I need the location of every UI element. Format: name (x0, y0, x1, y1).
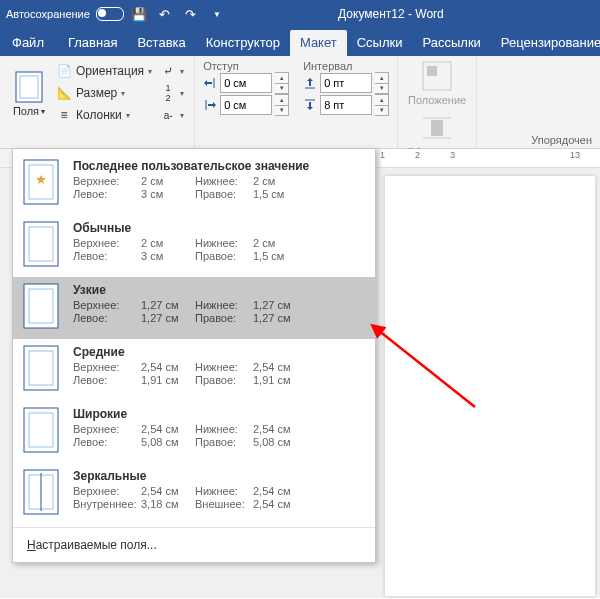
qat-dropdown-icon[interactable]: ▼ (206, 3, 228, 25)
option-title: Последнее пользовательское значение (73, 159, 365, 173)
margins-option[interactable]: ШирокиеВерхнее:2,54 смНижнее:2,54 смЛево… (13, 401, 375, 463)
chevron-down-icon: ▾ (180, 67, 184, 76)
title-bar: Автосохранение 💾 ↶ ↷ ▼ Документ12 - Word (0, 0, 600, 28)
spacing-before-input[interactable] (320, 73, 372, 93)
margins-dropdown: Последнее пользовательское значениеВерхн… (12, 148, 376, 563)
indent-right-row: ▲▼ (203, 94, 289, 116)
autosave-toggle[interactable]: Автосохранение (6, 7, 124, 21)
option-title: Обычные (73, 221, 365, 235)
indent-right-icon (203, 98, 217, 112)
tab-home[interactable]: Главная (58, 30, 127, 56)
redo-icon[interactable]: ↷ (180, 3, 202, 25)
option-title: Средние (73, 345, 365, 359)
ribbon-tabs: Файл Главная Вставка Конструктор Макет С… (0, 28, 600, 56)
margins-option[interactable]: ОбычныеВерхнее:2 смНижнее:2 смЛевое:3 см… (13, 215, 375, 277)
custom-margins-button[interactable]: Настраиваемые поля... (13, 530, 375, 562)
save-icon[interactable]: 💾 (128, 3, 150, 25)
position-button: Положение (406, 60, 468, 106)
breaks-icon: ⤶ (160, 63, 176, 79)
indent-title: Отступ (203, 58, 289, 72)
spacing-before-icon (303, 76, 317, 90)
chevron-down-icon: ▾ (148, 67, 152, 76)
ribbon: Поля▾ 📄Ориентация▾ 📐Размер▾ ≡Колонки▾ ⤶▾… (0, 56, 600, 149)
svg-rect-7 (427, 66, 437, 76)
indent-right-input[interactable] (220, 95, 272, 115)
margins-option[interactable]: СредниеВерхнее:2,54 смНижнее:2,54 смЛево… (13, 339, 375, 401)
orientation-icon: 📄 (56, 63, 72, 79)
hyphenation-icon: a- (160, 107, 176, 123)
tab-mailings[interactable]: Рассылки (412, 30, 490, 56)
margin-thumb-icon (23, 407, 59, 453)
line-numbers-button[interactable]: 12▾ (158, 82, 186, 104)
orientation-button[interactable]: 📄Ориентация▾ (54, 60, 154, 82)
chevron-down-icon: ▾ (121, 89, 125, 98)
margin-thumb-icon (23, 283, 59, 329)
breaks-button[interactable]: ⤶▾ (158, 60, 186, 82)
size-icon: 📐 (56, 85, 72, 101)
chevron-down-icon: ▾ (41, 107, 45, 116)
margin-thumb-icon (23, 469, 59, 515)
margins-button[interactable]: Поля▾ (8, 60, 50, 128)
margins-option[interactable]: ЗеркальныеВерхнее:2,54 смНижнее:2,54 смВ… (13, 463, 375, 525)
option-title: Широкие (73, 407, 365, 421)
indent-left-icon (203, 76, 217, 90)
spacing-title: Интервал (303, 58, 389, 72)
chevron-down-icon: ▾ (180, 111, 184, 120)
arrange-group-label: Упорядочен (531, 134, 592, 146)
indent-left-input[interactable] (220, 73, 272, 93)
line-numbers-icon: 12 (160, 85, 176, 101)
indent-left-spinner[interactable]: ▲▼ (275, 72, 289, 94)
spacing-after-input[interactable] (320, 95, 372, 115)
columns-button[interactable]: ≡Колонки▾ (54, 104, 154, 126)
document-page[interactable] (385, 176, 595, 596)
margins-icon (15, 71, 43, 103)
indent-right-spinner[interactable]: ▲▼ (275, 94, 289, 116)
tab-layout[interactable]: Макет (290, 30, 347, 56)
columns-icon: ≡ (56, 107, 72, 123)
chevron-down-icon: ▾ (180, 89, 184, 98)
tab-review[interactable]: Рецензирование (491, 30, 600, 56)
undo-icon[interactable]: ↶ (154, 3, 176, 25)
tab-file[interactable]: Файл (2, 30, 54, 56)
spacing-after-icon (303, 98, 317, 112)
margins-option[interactable]: УзкиеВерхнее:1,27 смНижнее:1,27 смЛевое:… (13, 277, 375, 339)
margins-label: Поля (13, 105, 39, 117)
indent-left-row: ▲▼ (203, 72, 289, 94)
margins-option[interactable]: Последнее пользовательское значениеВерхн… (13, 153, 375, 215)
document-title: Документ12 - Word (232, 7, 550, 21)
chevron-down-icon: ▾ (126, 111, 130, 120)
spacing-before-row: ▲▼ (303, 72, 389, 94)
wrap-icon (421, 112, 453, 144)
option-title: Зеркальные (73, 469, 365, 483)
tab-references[interactable]: Ссылки (347, 30, 413, 56)
margin-thumb-icon (23, 345, 59, 391)
hyphenation-button[interactable]: a-▾ (158, 104, 186, 126)
spacing-after-spinner[interactable]: ▲▼ (375, 94, 389, 116)
toggle-icon (96, 7, 124, 21)
svg-rect-8 (431, 120, 443, 136)
margin-thumb-icon (23, 221, 59, 267)
size-button[interactable]: 📐Размер▾ (54, 82, 154, 104)
tab-design[interactable]: Конструктор (196, 30, 290, 56)
autosave-label: Автосохранение (6, 8, 90, 20)
margin-thumb-icon (23, 159, 59, 205)
position-icon (421, 60, 453, 92)
tab-insert[interactable]: Вставка (127, 30, 195, 56)
spacing-after-row: ▲▼ (303, 94, 389, 116)
option-title: Узкие (73, 283, 365, 297)
spacing-before-spinner[interactable]: ▲▼ (375, 72, 389, 94)
